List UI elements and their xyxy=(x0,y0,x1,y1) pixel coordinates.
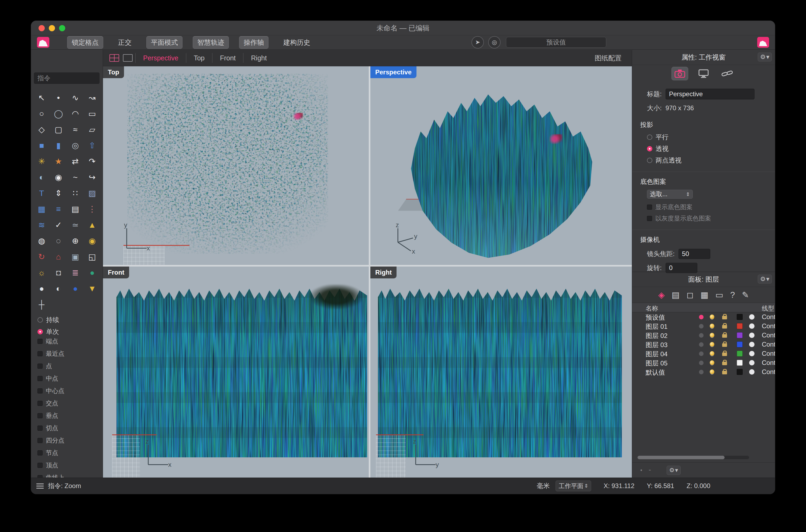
units-label[interactable]: 毫米 xyxy=(537,481,550,490)
layers-tab-icon[interactable]: ◈ xyxy=(658,291,665,299)
wallpaper-select[interactable]: 选取... ⇕ xyxy=(647,190,693,198)
tool-arrange-views-icon[interactable]: ◱ xyxy=(84,249,101,265)
layer-visibility-icon[interactable] xyxy=(710,369,714,374)
layer-color-swatch[interactable] xyxy=(737,369,743,375)
toolbar-toggle-button[interactable]: 建构历史 xyxy=(279,36,315,49)
layer-lock-icon[interactable] xyxy=(722,325,727,328)
osnap-checkbox[interactable] xyxy=(37,351,43,356)
toolbar-toggle-button[interactable]: 平面模式 xyxy=(146,36,183,49)
tool-shaded-sphere-icon[interactable]: ● xyxy=(33,281,50,297)
display-properties-icon[interactable] xyxy=(695,67,712,80)
tool-zoom-icon[interactable]: ◍ xyxy=(33,233,50,249)
layer-row[interactable]: 图层 03 Conti xyxy=(632,340,775,349)
toolbar-toggle-button[interactable]: 操作轴 xyxy=(239,36,268,49)
tool-check-icon[interactable]: ✓ xyxy=(50,217,67,233)
navigate-icon[interactable]: ➤ xyxy=(471,36,484,49)
tool-circles-icon[interactable]: ◉ xyxy=(50,169,67,185)
stack-tab-icon[interactable]: ▦ xyxy=(700,291,708,299)
osnap-checkbox[interactable] xyxy=(37,463,43,468)
tool-layers-icon[interactable]: ≣ xyxy=(67,265,84,281)
viewport-tab[interactable]: Perspective xyxy=(135,53,186,63)
viewport-title[interactable]: Front xyxy=(103,267,129,279)
viewport-top[interactable]: y x Top xyxy=(103,66,369,265)
tool-hook-icon[interactable]: ↪ xyxy=(84,169,101,185)
current-layer-radio[interactable] xyxy=(699,324,704,328)
current-layer-radio[interactable] xyxy=(699,333,704,338)
tool-light-icon[interactable]: ☼ xyxy=(33,265,50,281)
tool-select-icon[interactable]: ↖ xyxy=(33,90,50,106)
properties-gear-button[interactable]: ⚙▾ xyxy=(758,53,772,61)
layer-material-icon[interactable] xyxy=(749,323,754,329)
osnap-mode-radio[interactable]: 持续 xyxy=(37,316,59,324)
viewport-title[interactable]: Right xyxy=(370,267,396,279)
layer-row[interactable]: 图层 01 Conti xyxy=(632,322,775,331)
osnap-item[interactable]: 切点 xyxy=(37,424,77,432)
tool-ghosted-sphere-icon[interactable]: ◐ xyxy=(50,281,67,297)
tool-helix-icon[interactable]: ≈ xyxy=(67,121,84,137)
tool-control-curve-icon[interactable]: ↝ xyxy=(84,90,101,106)
single-viewport-icon[interactable] xyxy=(123,54,133,62)
osnap-checkbox[interactable] xyxy=(37,376,43,381)
tool-rebuild-curve-icon[interactable]: ~ xyxy=(67,169,84,185)
tool-torus-icon[interactable]: ◎ xyxy=(67,137,84,153)
osnap-item[interactable]: 垂点 xyxy=(37,412,77,420)
current-layer-radio[interactable] xyxy=(699,370,704,374)
help-tab-icon[interactable]: ? xyxy=(730,291,735,299)
scrollbar-thumb[interactable] xyxy=(638,456,725,459)
viewport-tab[interactable]: Top xyxy=(186,53,212,63)
command-input[interactable] xyxy=(34,73,99,84)
tool-vertical-array-icon[interactable]: ⋮ xyxy=(84,201,101,217)
tool-hatch-icon[interactable]: ▨ xyxy=(84,185,101,201)
layer-row[interactable]: 图层 05 Conti xyxy=(632,358,775,367)
tool-explode-icon[interactable]: ✳ xyxy=(33,153,50,169)
layer-row[interactable]: 默认值 Conti xyxy=(632,367,775,377)
tool-mirror-icon[interactable]: ↷ xyxy=(84,153,101,169)
wallpaper-checkbox-row[interactable]: 以灰度显示底色图案 xyxy=(647,214,775,223)
viewport-properties-icon[interactable] xyxy=(672,67,688,80)
rhino-logo-icon[interactable] xyxy=(37,37,49,48)
notes-tab-icon[interactable]: ▤ xyxy=(672,291,679,299)
tool-plane-icon[interactable]: ▱ xyxy=(84,121,101,137)
layout-config-button[interactable]: 图纸配置 xyxy=(595,54,622,62)
layer-material-icon[interactable] xyxy=(749,314,754,320)
brush-tab-icon[interactable]: ✎ xyxy=(742,291,749,299)
layers-gear-button[interactable]: ⚙▾ xyxy=(758,274,772,284)
current-layer-radio[interactable] xyxy=(699,352,704,356)
tool-surface-icon[interactable]: ≋ xyxy=(33,217,50,233)
osnap-item[interactable]: 节点 xyxy=(37,449,77,457)
osnap-item[interactable]: 最近点 xyxy=(37,349,77,358)
viewport-title[interactable]: Perspective xyxy=(370,66,416,78)
layer-material-icon[interactable] xyxy=(749,369,754,375)
viewport-title[interactable]: Top xyxy=(103,66,124,78)
remove-layer-button[interactable]: − xyxy=(645,468,654,472)
osnap-checkbox[interactable] xyxy=(37,450,43,455)
layer-color-swatch[interactable] xyxy=(737,314,743,320)
layer-material-icon[interactable] xyxy=(749,360,754,365)
tool-blend-icon[interactable]: ≃ xyxy=(67,217,84,233)
layer-lock-icon[interactable] xyxy=(722,353,727,356)
link-properties-icon[interactable] xyxy=(719,67,736,80)
tool-array-icon[interactable]: ≡ xyxy=(50,201,67,217)
tool-named-views-icon[interactable]: ▣ xyxy=(67,249,84,265)
current-layer-radio[interactable] xyxy=(699,342,704,347)
layer-row[interactable]: 图层 02 Conti xyxy=(632,331,775,340)
osnap-checkbox[interactable] xyxy=(37,339,43,344)
osnap-item[interactable]: 点 xyxy=(37,362,77,370)
tool-move-points-icon[interactable]: ⇕ xyxy=(50,185,67,201)
tool-cone-small-icon[interactable]: ▼ xyxy=(84,281,101,297)
four-viewport-icon[interactable] xyxy=(109,54,119,62)
osnap-item[interactable]: 交点 xyxy=(37,399,77,407)
rhino-badge-icon[interactable] xyxy=(757,37,769,48)
tool-zoom-extents-icon[interactable]: ⊕ xyxy=(67,233,84,249)
tool-cplane-icon[interactable]: ┼ xyxy=(33,297,50,312)
display-tab-icon[interactable]: ▭ xyxy=(715,291,723,299)
osnap-checkbox[interactable] xyxy=(37,401,43,406)
tool-box-edit-icon[interactable]: ▦ xyxy=(33,201,50,217)
layer-color-swatch[interactable] xyxy=(737,350,743,357)
tool-extrude-icon[interactable]: ⇧ xyxy=(84,137,101,153)
viewport-right[interactable]: z y Right xyxy=(370,267,632,478)
tool-zoom-window-icon[interactable]: ◌ xyxy=(50,233,67,249)
layers-horizontal-scrollbar[interactable] xyxy=(638,456,749,459)
layer-lock-icon[interactable] xyxy=(722,334,727,338)
projection-radio[interactable]: 两点透视 xyxy=(647,156,775,165)
